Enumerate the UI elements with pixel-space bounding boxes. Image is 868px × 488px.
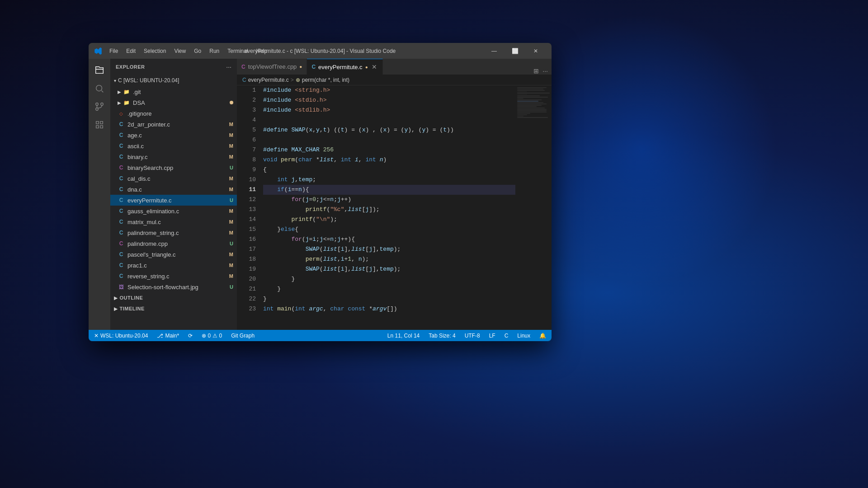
sidebar-item-2d-arr[interactable]: C 2d_arr_pointer.c M bbox=[110, 119, 237, 130]
menu-go[interactable]: Go bbox=[190, 47, 205, 55]
sidebar-item-age[interactable]: C age.c M bbox=[110, 130, 237, 141]
sidebar-item-selection-sort[interactable]: 🖼 Selection-sort-flowchart.jpg U bbox=[110, 282, 237, 292]
ascii-label: ascii.c bbox=[127, 143, 144, 150]
caldis-badge: M bbox=[229, 176, 233, 181]
menu-view[interactable]: View bbox=[170, 47, 189, 55]
wsl-status[interactable]: ✕ WSL: Ubuntu-20.04 bbox=[92, 330, 150, 341]
editor-area: C topViewofTree.cpp ● C everyPermitute.c… bbox=[237, 59, 552, 330]
sync-status[interactable]: ⟳ bbox=[186, 330, 194, 341]
branch-status[interactable]: ⎇ Main* bbox=[155, 330, 181, 341]
tab-evperm-close[interactable]: ✕ bbox=[371, 62, 378, 71]
c-icon-2d: C bbox=[118, 121, 125, 128]
breadcrumb-symbol[interactable]: perm(char *, int, int) bbox=[302, 77, 349, 83]
menu-edit[interactable]: Edit bbox=[123, 47, 139, 55]
img-icon-sort: 🖼 bbox=[118, 283, 125, 291]
menu-selection[interactable]: Selection bbox=[140, 47, 170, 55]
activity-bar bbox=[89, 59, 110, 330]
palstr-badge: M bbox=[229, 230, 233, 235]
tab-evperm-modified-dot: ● bbox=[365, 65, 368, 70]
sidebar-item-gauss[interactable]: C gauss_elimination.c M bbox=[110, 206, 237, 216]
maximize-button[interactable]: ⬜ bbox=[505, 43, 525, 59]
tab-topview[interactable]: C topViewofTree.cpp ● bbox=[237, 59, 307, 75]
code-line-16: for(j=i;j<=n;j++){ bbox=[263, 235, 515, 244]
title-bar: File Edit Selection View Go Run Terminal… bbox=[89, 43, 552, 59]
position-status[interactable]: Ln 11, Col 14 bbox=[386, 330, 421, 341]
sidebar-item-dsa[interactable]: ▶ 📁 DSA bbox=[110, 97, 237, 108]
editor[interactable]: 1 2 3 4 5 6 7 8 9 10 11 12 13 14 15 16 1 bbox=[237, 85, 552, 330]
c-icon-dna: C bbox=[118, 186, 125, 193]
code-line-21: } bbox=[263, 284, 515, 294]
code-line-17: SWAP(list[i],list[j],temp); bbox=[263, 244, 515, 254]
outline-label: OUTLINE bbox=[120, 295, 143, 300]
c-icon-binary: C bbox=[118, 153, 125, 160]
window-title: everyPermitute.c - c [WSL: Ubuntu-20.04]… bbox=[245, 48, 396, 54]
sidebar-item-binarysearch[interactable]: C binarySearch.cpp U bbox=[110, 162, 237, 173]
status-right: Ln 11, Col 14 Tab Size: 4 UTF-8 LF C Lin… bbox=[386, 330, 548, 341]
tree-root-label: C [WSL: UBUNTU-20.04] bbox=[118, 77, 179, 84]
git-label: .git bbox=[133, 89, 141, 95]
sidebar-more-icon[interactable]: ··· bbox=[226, 63, 231, 70]
pascel-badge: M bbox=[229, 252, 233, 257]
bsearch-badge: U bbox=[230, 165, 233, 170]
prac1-label: prac1.c bbox=[127, 262, 147, 269]
timeline-header[interactable]: ▶ TIMELINE bbox=[110, 303, 237, 314]
encoding-status[interactable]: UTF-8 bbox=[463, 330, 482, 341]
minimize-button[interactable]: — bbox=[484, 43, 505, 59]
tab-more-icon[interactable]: ··· bbox=[542, 67, 548, 75]
vscode-window: File Edit Selection View Go Run Terminal… bbox=[89, 43, 552, 341]
menu-file[interactable]: File bbox=[106, 47, 122, 55]
split-editor-icon[interactable]: ⊞ bbox=[533, 67, 539, 75]
main-layout: EXPLORER ··· ▾ C [WSL: UBUNTU-20.04] ▶ 📁… bbox=[89, 59, 552, 330]
breadcrumb-file[interactable]: C bbox=[242, 77, 246, 83]
sidebar-item-palindrome-cpp[interactable]: C palindrome.cpp U bbox=[110, 238, 237, 249]
sidebar-item-binary[interactable]: C binary.c M bbox=[110, 151, 237, 162]
explorer-icon[interactable] bbox=[91, 62, 108, 79]
notification-status[interactable]: 🔔 bbox=[538, 330, 548, 341]
code-line-7: #define MAX_CHAR 256 bbox=[263, 145, 515, 155]
gitignore-icon: ◇ bbox=[118, 110, 125, 117]
git-chevron: ▶ bbox=[118, 89, 121, 94]
sidebar-item-gitignore[interactable]: ◇ .gitignore bbox=[110, 108, 237, 119]
errors-status[interactable]: ⊗ 0 ⚠ 0 bbox=[200, 330, 224, 341]
timeline-label: TIMELINE bbox=[120, 306, 145, 311]
svg-point-1 bbox=[96, 103, 99, 106]
language-status[interactable]: C bbox=[503, 330, 510, 341]
sidebar-title: EXPLORER bbox=[116, 64, 145, 70]
line-ending-status[interactable]: LF bbox=[487, 330, 497, 341]
extensions-icon[interactable] bbox=[91, 117, 108, 133]
evperm-label: everyPermitute.c bbox=[127, 197, 172, 204]
sidebar-item-prac1[interactable]: C prac1.c M bbox=[110, 260, 237, 271]
close-button[interactable]: ✕ bbox=[525, 43, 546, 59]
gitignore-label: .gitignore bbox=[127, 110, 151, 117]
sidebar-item-palindrome-str[interactable]: C palindrome_string.c M bbox=[110, 227, 237, 238]
sidebar-item-pascel[interactable]: C pascel's_triangle.c M bbox=[110, 249, 237, 260]
source-control-icon[interactable] bbox=[91, 99, 108, 115]
git-graph-status[interactable]: Git Graph bbox=[229, 330, 256, 341]
sidebar-item-dna[interactable]: C dna.c M bbox=[110, 184, 237, 195]
menu-run[interactable]: Run bbox=[206, 47, 223, 55]
sidebar-item-git[interactable]: ▶ 📁 .git bbox=[110, 86, 237, 97]
outline-header[interactable]: ▶ OUTLINE bbox=[110, 292, 237, 303]
code-area[interactable]: #include <string.h> #include <stdio.h> #… bbox=[259, 85, 515, 330]
evperm-badge: U bbox=[230, 197, 233, 203]
palcpp-badge: U bbox=[230, 241, 233, 246]
tabsize-status[interactable]: Tab Size: 4 bbox=[427, 330, 457, 341]
c-icon-prac1: C bbox=[118, 262, 125, 269]
breadcrumb-filename[interactable]: everyPermitute.c bbox=[248, 77, 289, 83]
sidebar-item-ascii[interactable]: C ascii.c M bbox=[110, 141, 237, 151]
sidebar-item-cal-dis[interactable]: C cal_dis.c M bbox=[110, 173, 237, 184]
code-line-6 bbox=[263, 135, 515, 145]
search-icon[interactable] bbox=[91, 80, 108, 97]
sidebar-item-everypermitute[interactable]: C everyPermitute.c U bbox=[110, 195, 237, 206]
notification-icon: 🔔 bbox=[539, 333, 546, 339]
tab-everypermitute[interactable]: C everyPermitute.c ● ✕ bbox=[307, 59, 382, 75]
warnings-label: ⚠ 0 bbox=[212, 333, 222, 339]
tree-root[interactable]: ▾ C [WSL: UBUNTU-20.04] bbox=[110, 75, 237, 86]
sidebar-item-reverse[interactable]: C reverse_string.c M bbox=[110, 271, 237, 282]
line-numbers: 1 2 3 4 5 6 7 8 9 10 11 12 13 14 15 16 1 bbox=[237, 85, 259, 330]
sidebar-item-matrix[interactable]: C matrix_mul.c M bbox=[110, 216, 237, 227]
c-icon-gauss: C bbox=[118, 207, 125, 215]
sidebar-content: ▾ C [WSL: UBUNTU-20.04] ▶ 📁 .git ▶ 📁 DSA bbox=[110, 75, 237, 330]
tabsize-label: Tab Size: 4 bbox=[429, 333, 455, 339]
os-status[interactable]: Linux bbox=[515, 330, 532, 341]
